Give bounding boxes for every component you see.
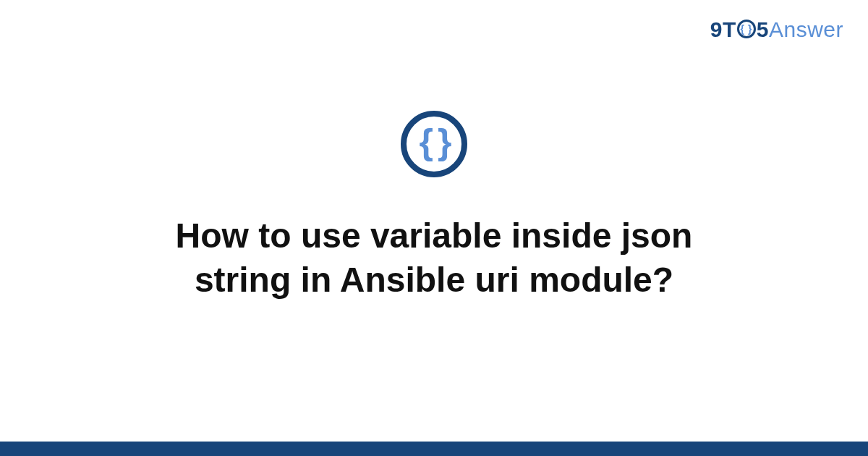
topic-icon-wrapper: { } <box>401 111 467 177</box>
main-content: { } How to use variable inside json stri… <box>0 0 868 456</box>
bottom-bar <box>0 442 868 456</box>
page-title: How to use variable inside json string i… <box>101 214 767 303</box>
braces-icon: { } <box>401 111 467 177</box>
braces-glyph: { } <box>420 124 449 160</box>
